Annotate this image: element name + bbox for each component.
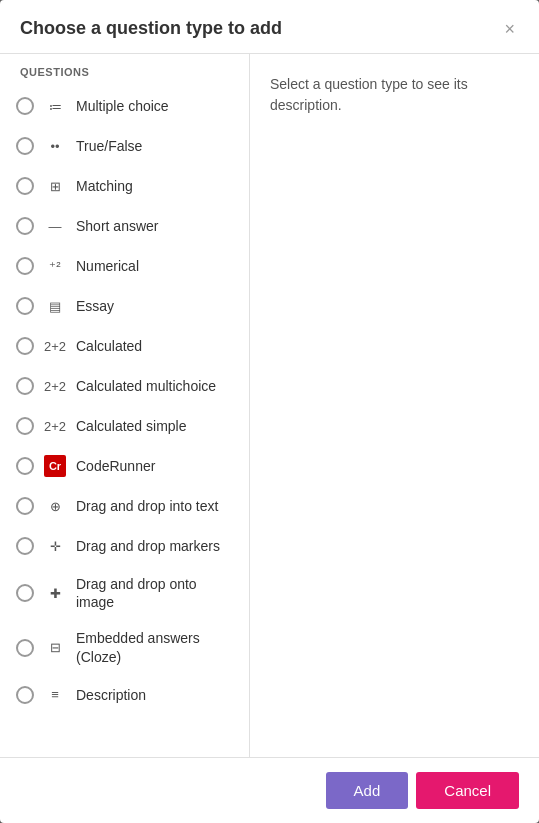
- question-type-label: CodeRunner: [76, 457, 155, 475]
- radio-circle: [16, 257, 34, 275]
- question-item[interactable]: ✛Drag and drop markers: [0, 526, 249, 566]
- question-type-label: Essay: [76, 297, 114, 315]
- question-type-icon: ✛: [44, 535, 66, 557]
- question-item[interactable]: ≡Description: [0, 675, 249, 715]
- radio-circle: [16, 137, 34, 155]
- question-type-icon: 2+2: [44, 335, 66, 357]
- question-type-label: True/False: [76, 137, 142, 155]
- question-type-label: Calculated: [76, 337, 142, 355]
- close-button[interactable]: ×: [500, 20, 519, 38]
- radio-circle: [16, 537, 34, 555]
- question-type-icon: ≡: [44, 684, 66, 706]
- radio-circle: [16, 217, 34, 235]
- left-panel: QUESTIONS ≔Multiple choice••True/False⊞M…: [0, 54, 250, 757]
- cancel-button[interactable]: Cancel: [416, 772, 519, 809]
- question-type-icon: —: [44, 215, 66, 237]
- question-type-icon: ▤: [44, 295, 66, 317]
- description-text: Select a question type to see its descri…: [270, 74, 519, 116]
- question-type-icon: Cr: [44, 455, 66, 477]
- question-item[interactable]: ⊟Embedded answers (Cloze): [0, 620, 249, 674]
- modal-footer: Add Cancel: [0, 757, 539, 823]
- modal-header: Choose a question type to add ×: [0, 0, 539, 54]
- question-type-label: Embedded answers (Cloze): [76, 629, 237, 665]
- question-item[interactable]: 2+2Calculated multichoice: [0, 366, 249, 406]
- radio-circle: [16, 497, 34, 515]
- questions-label: QUESTIONS: [0, 54, 249, 86]
- modal-title: Choose a question type to add: [20, 18, 282, 39]
- question-type-label: Calculated multichoice: [76, 377, 216, 395]
- question-type-label: Drag and drop into text: [76, 497, 218, 515]
- question-item[interactable]: —Short answer: [0, 206, 249, 246]
- question-type-label: Calculated simple: [76, 417, 187, 435]
- question-item[interactable]: ⊕Drag and drop into text: [0, 486, 249, 526]
- radio-circle: [16, 457, 34, 475]
- radio-circle: [16, 417, 34, 435]
- question-type-icon: ⊟: [44, 637, 66, 659]
- question-item[interactable]: ⁺²Numerical: [0, 246, 249, 286]
- modal-dialog: Choose a question type to add × QUESTION…: [0, 0, 539, 823]
- question-type-icon: ⊞: [44, 175, 66, 197]
- radio-circle: [16, 584, 34, 602]
- question-type-icon: 2+2: [44, 375, 66, 397]
- radio-circle: [16, 377, 34, 395]
- question-type-label: Drag and drop onto image: [76, 575, 237, 611]
- question-type-icon: ⁺²: [44, 255, 66, 277]
- question-type-label: Numerical: [76, 257, 139, 275]
- question-item[interactable]: ⊞Matching: [0, 166, 249, 206]
- question-type-label: Drag and drop markers: [76, 537, 220, 555]
- question-item[interactable]: CrCodeRunner: [0, 446, 249, 486]
- radio-circle: [16, 337, 34, 355]
- question-type-label: Multiple choice: [76, 97, 169, 115]
- add-button[interactable]: Add: [326, 772, 409, 809]
- question-list: ≔Multiple choice••True/False⊞Matching—Sh…: [0, 86, 249, 757]
- question-type-icon: 2+2: [44, 415, 66, 437]
- question-item[interactable]: 2+2Calculated: [0, 326, 249, 366]
- right-panel: Select a question type to see its descri…: [250, 54, 539, 757]
- question-type-label: Description: [76, 686, 146, 704]
- modal-body: QUESTIONS ≔Multiple choice••True/False⊞M…: [0, 54, 539, 757]
- question-item[interactable]: ••True/False: [0, 126, 249, 166]
- question-type-icon: ••: [44, 135, 66, 157]
- radio-circle: [16, 177, 34, 195]
- question-item[interactable]: 2+2Calculated simple: [0, 406, 249, 446]
- question-type-label: Matching: [76, 177, 133, 195]
- radio-circle: [16, 297, 34, 315]
- radio-circle: [16, 97, 34, 115]
- question-item[interactable]: ▤Essay: [0, 286, 249, 326]
- radio-circle: [16, 686, 34, 704]
- radio-circle: [16, 639, 34, 657]
- question-item[interactable]: ≔Multiple choice: [0, 86, 249, 126]
- question-item[interactable]: ✚Drag and drop onto image: [0, 566, 249, 620]
- question-type-icon: ≔: [44, 95, 66, 117]
- question-type-icon: ✚: [44, 582, 66, 604]
- question-type-label: Short answer: [76, 217, 158, 235]
- question-type-icon: ⊕: [44, 495, 66, 517]
